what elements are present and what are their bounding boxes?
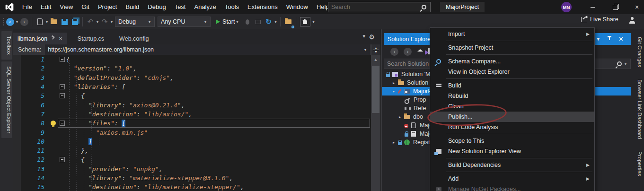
code-line[interactable]: 1{ (13, 55, 371, 64)
tab-libman-json[interactable]: libman.json× (13, 33, 67, 44)
split-editor-button[interactable]: ▲▼ (371, 44, 380, 55)
side-tab-browser-link-dashboard[interactable]: Browser Link Dashboard (632, 75, 643, 144)
code-line[interactable]: 5 { (13, 91, 371, 100)
side-tab-properties[interactable]: Properties (632, 147, 643, 181)
side-tab-toolbox[interactable]: Toolbox (1, 31, 12, 60)
fold-collapse-icon[interactable] (60, 93, 65, 98)
se-forward-button[interactable]: › (404, 48, 412, 56)
refresh-button[interactable]: ↻ (264, 17, 273, 27)
solution-configurations-dropdown[interactable]: Debug▾ (115, 17, 155, 27)
undo-button[interactable]: ↶ (86, 17, 95, 27)
code-line[interactable]: 12 { (13, 155, 371, 164)
menubar-item-debug[interactable]: Debug (143, 0, 170, 14)
open-file-button[interactable] (49, 17, 59, 27)
minimize-button[interactable] (586, 0, 600, 14)
collapsed-chevron-icon[interactable]: ▸ (391, 140, 397, 145)
performance-profiler-button[interactable] (253, 17, 263, 27)
code-line[interactable]: 10 ] (13, 137, 371, 146)
code-editor[interactable]: 1{2 "version": "1.0",3 "defaultProvider"… (13, 55, 371, 191)
scrollbar-thumb[interactable] (372, 66, 379, 113)
panel-pin-icon[interactable] (608, 36, 611, 42)
menubar-item-file[interactable]: File (18, 0, 36, 14)
side-tab-git-changes[interactable]: Git Changes (632, 32, 643, 72)
hot-reload-button[interactable] (243, 17, 252, 27)
search-dropdown-icon[interactable]: ▾ (625, 62, 626, 66)
context-menu-item-clean[interactable]: Clean (430, 101, 594, 112)
context-menu-item-publish[interactable]: Publish... (430, 112, 594, 122)
code-line[interactable]: 13 "provider": "unpkg", (13, 165, 371, 174)
context-menu-item-rebuild[interactable]: Rebuild (430, 91, 594, 101)
scroll-up-icon[interactable]: ▲ (371, 55, 380, 62)
fold-collapse-icon[interactable] (60, 157, 65, 162)
context-menu-item-snapshot-project[interactable]: Snapshot Project (430, 43, 594, 53)
menubar-item-test[interactable]: Test (170, 0, 190, 14)
save-button[interactable] (60, 17, 69, 27)
refresh-dropdown-icon[interactable]: ▾ (274, 20, 276, 24)
panel-close-icon[interactable]: ✕ (615, 35, 627, 43)
menubar-item-edit[interactable]: Edit (36, 0, 55, 14)
code-line[interactable]: 2 "version": "1.0", (13, 64, 371, 73)
code-line[interactable]: 4 "libraries": [ (13, 82, 371, 91)
save-all-button[interactable] (70, 17, 79, 27)
menubar-item-analyze[interactable]: Analyze (190, 0, 220, 14)
find-in-files-button[interactable] (283, 17, 293, 27)
new-project-button[interactable] (35, 17, 44, 27)
fold-margin[interactable] (58, 93, 66, 98)
code-line[interactable]: 11 }, (13, 146, 371, 155)
code-line[interactable]: 15 "destination": "lib/materialize-stepp… (13, 182, 371, 191)
feedback-icon[interactable] (628, 17, 636, 25)
fold-margin[interactable] (58, 157, 66, 162)
code-line[interactable]: 14 "library": "materialize-stepper@3.1.0… (13, 174, 371, 182)
fold-margin[interactable] (58, 57, 66, 62)
toolbar-grip[interactable] (3, 17, 5, 26)
collapsed-chevron-icon[interactable]: ▸ (391, 81, 397, 85)
side-tab-sql-server-object-explorer[interactable]: SQL Server Object Explorer (1, 61, 12, 138)
tab-pin-icon[interactable] (51, 36, 56, 42)
editor-scrollbar[interactable]: ▲ (371, 55, 380, 191)
live-share-button[interactable]: Live Share (581, 16, 618, 23)
account-avatar[interactable]: MN (561, 2, 572, 12)
solution-platforms-dropdown[interactable]: Any CPU▾ (158, 17, 211, 27)
context-menu-item-scope-to-this[interactable]: Scope to This (430, 136, 594, 146)
maximize-button[interactable] (608, 0, 622, 14)
tab-startup-cs[interactable]: Startup.cs (73, 33, 108, 44)
search-icon[interactable] (422, 5, 426, 9)
toolbar-overflow-icon[interactable]: ▾ (313, 20, 315, 24)
code-line[interactable]: 9 "axios.min.js" (13, 128, 371, 137)
menubar-item-extensions[interactable]: Extensions (243, 0, 282, 14)
menubar-item-tools[interactable]: Tools (221, 0, 243, 14)
navigate-forward-button[interactable]: › (19, 17, 29, 27)
tabstrip-dropdown-icon[interactable]: ▾ (362, 33, 365, 39)
menubar-item-git[interactable]: Git (77, 0, 94, 14)
fold-collapse-icon[interactable] (60, 84, 65, 89)
title-search-box[interactable] (328, 2, 431, 12)
fold-collapse-icon[interactable] (60, 121, 65, 126)
start-debugging-button[interactable]: Start (216, 17, 235, 27)
redo-button[interactable]: ↷ (100, 17, 109, 27)
iis-express-button[interactable] (299, 17, 311, 27)
expanded-chevron-icon[interactable]: ▾ (391, 89, 397, 94)
navigate-back-dropdown-icon[interactable]: ▾ (16, 20, 18, 24)
code-line[interactable]: 7 "destination": "lib/axios/", (13, 110, 371, 119)
context-menu-item-import[interactable]: Import▶ (430, 29, 594, 39)
menubar-item-window[interactable]: Window (282, 0, 312, 14)
context-menu-item-view-in-object-explorer[interactable]: View in Object Explorer (430, 67, 594, 77)
schema-url-dropdown[interactable]: https://json.schemastore.org/libman.json… (45, 44, 370, 55)
navigate-back-button[interactable]: ‹ (5, 17, 15, 27)
menubar-item-build[interactable]: Build (121, 0, 143, 14)
tab-web-config[interactable]: Web.config (115, 33, 153, 44)
lightbulb-icon[interactable] (51, 121, 56, 126)
fold-margin[interactable] (58, 84, 66, 89)
search-icon[interactable] (617, 61, 622, 66)
tab-close-icon[interactable]: × (59, 35, 62, 42)
collapsed-chevron-icon[interactable]: ▸ (397, 115, 403, 119)
context-menu-item-build-dependencies[interactable]: Build Dependencies▶ (430, 160, 594, 170)
context-menu-item-new-solution-explorer-view[interactable]: New Solution Explorer View (430, 146, 594, 156)
fold-collapse-icon[interactable] (60, 57, 65, 62)
code-line[interactable]: 8 "files": [ (13, 119, 371, 128)
fold-margin[interactable] (58, 121, 66, 126)
se-back-button[interactable]: ‹ (390, 48, 398, 56)
context-menu-item-build[interactable]: Build (430, 80, 594, 91)
code-line[interactable]: 3 "defaultProvider": "cdnjs", (13, 73, 371, 82)
context-menu-item-run-code-analysis[interactable]: Run Code Analysis (430, 122, 594, 132)
